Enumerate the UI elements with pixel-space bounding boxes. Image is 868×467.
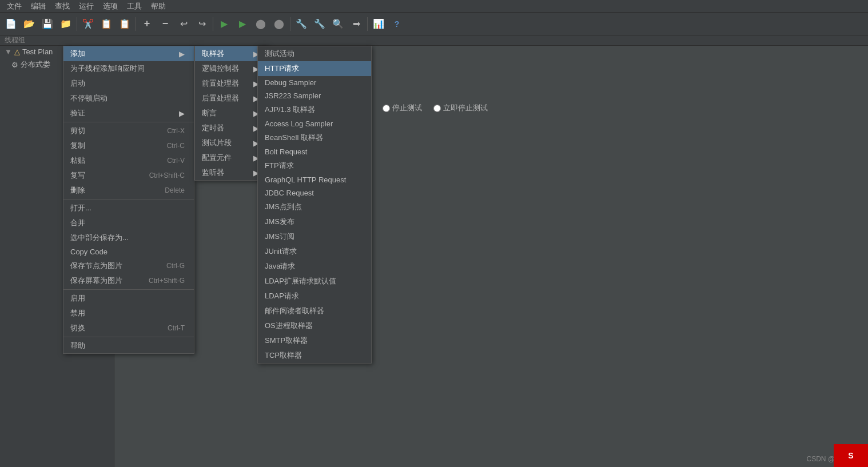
context-menu-item-help[interactable]: 帮助 <box>63 338 194 353</box>
submenu-add-timer-label: 定时器 <box>202 123 224 133</box>
toolbar-circle2[interactable]: ⬤ <box>270 15 288 33</box>
context-menu-item-cut-label: 剪切 <box>70 126 85 136</box>
sampler-ajp[interactable]: AJP/1.3 取样器 <box>258 102 371 117</box>
toolbar-new[interactable]: 📄 <box>2 15 19 33</box>
context-menu-item-savescreen[interactable]: 保存屏幕为图片 Ctrl+Shift-G <box>63 273 194 288</box>
sampler-tcp-label: TCP取样器 <box>265 350 302 361</box>
sampler-graphql[interactable]: GraphQL HTTP Request <box>258 173 371 186</box>
menu-file[interactable]: 文件 <box>2 0 26 13</box>
sampler-java[interactable]: Java请求 <box>258 259 371 274</box>
context-menu-item-saveas[interactable]: 选中部分保存为... <box>63 230 194 245</box>
sampler-beanshell-label: BeanShell 取样器 <box>265 133 323 143</box>
submenu-arrow-validate: ▶ <box>179 109 185 118</box>
sampler-jms-publish-label: JMS发布 <box>265 217 294 227</box>
toolbar-run2[interactable]: ▶ <box>234 15 251 33</box>
menubar: 文件 编辑 查找 运行 选项 工具 帮助 <box>0 0 868 13</box>
radio-stop-immediate[interactable]: 立即停止测试 <box>433 103 488 113</box>
context-menu-item-add[interactable]: 添加 ▶ <box>63 46 194 61</box>
sampler-tcp[interactable]: TCP取样器 <box>258 348 371 363</box>
toolbar-cut[interactable]: ✂️ <box>79 15 97 33</box>
sampler-jdbc[interactable]: JDBC Request <box>258 186 371 199</box>
context-menu-item-toggle-label: 切换 <box>70 323 85 333</box>
sampler-jms-point[interactable]: JMS点到点 <box>258 199 371 214</box>
sampler-ldap-ext-label: LDAP扩展请求默认值 <box>265 276 336 286</box>
sampler-smtp[interactable]: SMTP取样器 <box>258 333 371 348</box>
toolbar-settings2[interactable]: 🔧 <box>311 15 328 33</box>
sampler-access-log-label: Access Log Sampler <box>265 119 333 128</box>
context-menu-item-copy[interactable]: 复制 Ctrl-C <box>63 138 194 153</box>
sampler-test-activity[interactable]: 测试活动 <box>258 46 371 61</box>
sampler-junit-label: JUnit请求 <box>265 246 297 257</box>
menu-run[interactable]: 运行 <box>74 0 98 13</box>
context-menu-item-delete-label: 删除 <box>70 185 85 195</box>
sampler-bolt-label: Bolt Request <box>265 147 307 156</box>
toolbar-run[interactable]: ▶ <box>216 15 233 33</box>
sampler-ftp[interactable]: FTP请求 <box>258 158 371 173</box>
menu-help[interactable]: 帮助 <box>146 0 170 13</box>
toolbar-search[interactable]: 🔍 <box>329 15 347 33</box>
context-menu-item-cut[interactable]: 剪切 Ctrl-X <box>63 123 194 138</box>
context-menu-item-help-label: 帮助 <box>70 341 85 351</box>
context-menu-item-delete[interactable]: 删除 Delete <box>63 183 194 198</box>
sampler-http-label: HTTP请求 <box>265 63 299 74</box>
sampler-beanshell[interactable]: BeanShell 取样器 <box>258 130 371 145</box>
context-menu-item-disable[interactable]: 禁用 <box>63 306 194 321</box>
context-menu-level1: 添加 ▶ 为子线程添加响应时间 启动 不停顿启动 验证 ▶ 剪切 Ctrl-X … <box>63 46 194 354</box>
context-menu-item-disable-label: 禁用 <box>70 308 85 318</box>
sampler-jms-subscribe[interactable]: JMS订阅 <box>258 229 371 244</box>
toolbar-remove[interactable]: − <box>157 15 174 33</box>
context-menu-item-startnobreak[interactable]: 不停顿启动 <box>63 91 194 106</box>
toolbar-redo[interactable]: ↪ <box>193 15 210 33</box>
context-menu-item-validate-label: 验证 <box>70 108 85 118</box>
toolbar-save[interactable]: 💾 <box>39 15 56 33</box>
context-menu-item-paste[interactable]: 粘贴 Ctrl-V <box>63 153 194 168</box>
sampler-access-log[interactable]: Access Log Sampler <box>258 117 371 130</box>
context-menu-item-toggle-shortcut: Ctrl-T <box>168 324 185 332</box>
menu-tools[interactable]: 工具 <box>122 0 146 13</box>
toolbar-save2[interactable]: 📁 <box>57 15 74 33</box>
context-menu-item-merge[interactable]: 合并 <box>63 215 194 230</box>
menu-options[interactable]: 选项 <box>98 0 122 13</box>
radio-stop-test-input[interactable] <box>383 105 390 112</box>
radio-stop-immediate-input[interactable] <box>433 105 441 112</box>
menu-edit[interactable]: 编辑 <box>26 0 50 13</box>
tree-icon-testplan: △ <box>14 47 20 56</box>
radio-stop-immediate-label: 立即停止测试 <box>443 103 488 113</box>
context-menu-item-start[interactable]: 启动 <box>63 76 194 91</box>
context-menu-item-enable[interactable]: 启用 <box>63 291 194 306</box>
sampler-mail[interactable]: 邮件阅读者取样器 <box>258 304 371 318</box>
toolbar-arrow[interactable]: ➡ <box>348 15 365 33</box>
toolbar-paste[interactable]: 📋 <box>116 15 133 33</box>
sampler-os[interactable]: OS进程取样器 <box>258 318 371 333</box>
context-menu-item-validate[interactable]: 验证 ▶ <box>63 106 194 121</box>
sampler-http[interactable]: HTTP请求 <box>258 61 371 76</box>
context-menu-item-addresponse[interactable]: 为子线程添加响应时间 <box>63 61 194 76</box>
toolbar-help[interactable]: ? <box>388 15 405 33</box>
context-menu-item-copycode[interactable]: Copy Code <box>63 245 194 258</box>
context-menu-item-enable-label: 启用 <box>70 293 85 304</box>
toolbar-undo[interactable]: ↩ <box>175 15 192 33</box>
toolbar-add[interactable]: + <box>138 15 156 33</box>
sampler-jms-publish[interactable]: JMS发布 <box>258 214 371 229</box>
context-menu-item-toggle[interactable]: 切换 Ctrl-T <box>63 321 194 336</box>
sampler-jsr223[interactable]: JSR223 Sampler <box>258 89 371 102</box>
sampler-debug[interactable]: Debug Sampler <box>258 76 371 89</box>
sampler-jdbc-label: JDBC Request <box>265 189 314 197</box>
toolbar-open[interactable]: 📂 <box>21 15 38 33</box>
context-menu-item-open[interactable]: 打开... <box>63 201 194 215</box>
menu-find[interactable]: 查找 <box>50 0 74 13</box>
toolbar-circle1[interactable]: ⬤ <box>252 15 269 33</box>
sampler-junit[interactable]: JUnit请求 <box>258 244 371 259</box>
context-menu-item-startnobreak-label: 不停顿启动 <box>70 93 107 103</box>
toolbar-settings[interactable]: 🔧 <box>293 15 310 33</box>
context-menu-item-savenode[interactable]: 保存节点为图片 Ctrl-G <box>63 258 194 273</box>
sampler-ldap-ext[interactable]: LDAP扩展请求默认值 <box>258 274 371 289</box>
toolbar-chart[interactable]: 📊 <box>370 15 387 33</box>
sampler-ldap[interactable]: LDAP请求 <box>258 289 371 304</box>
sampler-bolt[interactable]: Bolt Request <box>258 145 371 158</box>
radio-stop-test[interactable]: 停止测试 <box>383 103 422 113</box>
context-menu-item-duplicate[interactable]: 复写 Ctrl+Shift-C <box>63 168 194 183</box>
sampler-graphql-label: GraphQL HTTP Request <box>265 175 346 184</box>
toolbar-copy[interactable]: 📋 <box>98 15 115 33</box>
context-menu-item-paste-shortcut: Ctrl-V <box>167 157 185 165</box>
